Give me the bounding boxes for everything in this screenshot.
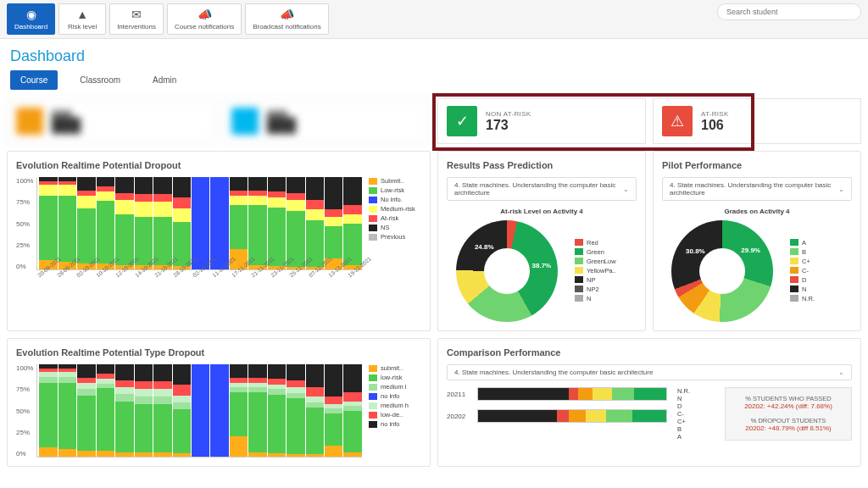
chevron-down-icon: ⌄ [623,186,629,193]
activity-dropdown[interactable]: 4. State machines. Understanding the com… [447,177,637,201]
kpi-non-at-risk: ✓ NON AT-RISK 173 [437,98,646,144]
search-wrapper [717,3,861,20]
card-comparison: Comparison Performance 4. State machines… [437,338,861,467]
chart-subtitle: Grades on Activity 4 [662,208,852,215]
megaphone-icon: 📣 [198,8,212,21]
charts-grid: Evolution Realtime Potential Dropout 100… [0,151,868,474]
nav-interventions[interactable]: ✉ Interventions [109,3,164,35]
tab-course[interactable]: Course [10,70,58,90]
kpi-value: 173 [486,118,531,133]
card-title: Evolution Realtime Potential Dropout [16,160,421,170]
tab-admin[interactable]: Admin [142,70,186,90]
nav-label: Dashboard [14,23,47,30]
nav-label: Course notifications [175,23,234,30]
top-navigation: ◉ Dashboard ▲ Risk level ✉ Interventions… [0,0,868,39]
card-title: Comparison Performance [447,347,852,358]
comparison-notes: % STUDENTS WHO PASSED 20202: +42.24% (di… [725,387,852,441]
card-title: Evolution Realtime Potential Type Dropou… [16,347,421,358]
tab-classroom[interactable]: Classroom [70,70,131,90]
card-evolution-type: Evolution Realtime Potential Type Dropou… [7,338,431,467]
risk-icon: ▲ [76,8,88,21]
card-title: Results Pass Prediction [447,160,637,170]
kpi-row: ███████ ███████ ✓ NON AT-RISK 173 ⚠ AT-R… [0,98,868,151]
kpi-label: AT-RISK [701,110,729,118]
card-evolution-dropout: Evolution Realtime Potential Dropout 100… [7,151,431,331]
envelope-icon: ✉ [131,8,142,21]
nav-broadcast-notifications[interactable]: 📣 Broadcast notifications [245,3,329,35]
chart-subtitle: At-risk Level on Activity 4 [447,208,637,215]
kpi-blurred-1: ███████ [7,98,215,144]
pilot-performance-donut: 29.9%30.8% [671,220,773,322]
results-pass-donut: 38.7%24.8% [456,220,558,322]
kpi-label: NON AT-RISK [486,110,531,118]
tabs: Course Classroom Admin [0,70,868,98]
megaphone-icon: 📣 [280,8,294,21]
search-input[interactable] [717,3,861,20]
nav-label: Risk level [68,23,97,30]
nav-label: Interventions [117,23,156,30]
alert-triangle-icon: ⚠ [662,106,693,136]
card-pilot-performance: Pilot Performance 4. State machines. Und… [653,151,861,331]
nav-course-notifications[interactable]: 📣 Course notifications [167,3,242,35]
dashboard-icon: ◉ [26,8,36,21]
card-title: Pilot Performance [662,160,852,170]
kpi-value: 106 [701,118,729,133]
check-circle-icon: ✓ [447,106,477,136]
chevron-down-icon: ⌄ [838,369,844,376]
kpi-blurred-2: ███████ [222,98,431,144]
activity-dropdown[interactable]: 4. State machines. Understanding the com… [447,364,852,380]
nav-risk-level[interactable]: ▲ Risk level [58,3,106,35]
evolution-dropout-chart: 100%75%50%25%0% 20-09-202128-09-202102-1… [16,177,421,304]
activity-dropdown[interactable]: 4. State machines. Understanding the com… [662,177,852,201]
comparison-chart: 2021120202 N.R.NDC-C+BA % STUDENTS WHO P… [447,387,852,441]
nav-label: Broadcast notifications [253,23,321,30]
kpi-at-risk: ⚠ AT-RISK 106 [653,98,861,144]
chevron-down-icon: ⌄ [838,186,844,193]
page-title: Dashboard [0,39,868,70]
evolution-type-chart: 100%75%50%25%0% submit..low-riskmedium l… [16,364,421,458]
nav-dashboard[interactable]: ◉ Dashboard [7,3,55,35]
card-results-pass: Results Pass Prediction 4. State machine… [437,151,646,331]
